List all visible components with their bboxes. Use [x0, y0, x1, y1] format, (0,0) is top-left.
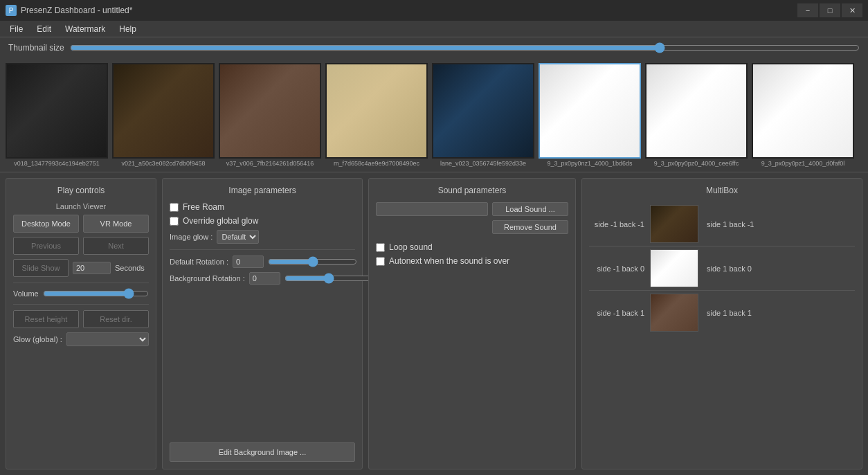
- load-sound-button[interactable]: Load Sound ...: [492, 202, 568, 216]
- default-rotation-input[interactable]: [233, 256, 264, 268]
- sound-params-title: Sound parameters: [376, 186, 568, 195]
- multibox-label-right-0: side 1 back -1: [707, 220, 754, 228]
- thumbnail-item-7[interactable]: 9_3_px0py0pz0_4000_cee6ffc: [645, 63, 748, 167]
- multibox-title: MultiBox: [589, 186, 855, 195]
- background-rotation-slider[interactable]: [284, 273, 374, 284]
- autonext-label: Autonext when the sound is over: [389, 256, 509, 266]
- maximize-button[interactable]: □: [820, 3, 840, 17]
- multibox-row-2: side -1 back 1side 1 back 1: [589, 291, 855, 334]
- sound-params-panel: Sound parameters Load Sound ... Remove S…: [368, 178, 576, 469]
- image-params-title: Image parameters: [170, 186, 355, 195]
- image-glow-select[interactable]: Default: [217, 230, 259, 244]
- volume-label: Volume: [13, 289, 39, 298]
- multibox-row-1: side -1 back 0side 1 back 0: [589, 247, 855, 291]
- free-roam-checkbox[interactable]: [170, 203, 179, 212]
- image-glow-label: Image glow :: [170, 233, 213, 241]
- multibox-label-left-0: side -1 back -1: [589, 220, 644, 228]
- thumbnail-label-6: 9_3_px0py0nz1_4000_1bd6ds: [547, 160, 632, 167]
- reset-dir-button[interactable]: Reset dir.: [83, 310, 149, 328]
- edit-background-image-button[interactable]: Edit Background Image ...: [170, 442, 355, 462]
- menu-bar: File Edit Watermark Help: [0, 21, 868, 37]
- multibox-label-left-1: side -1 back 0: [589, 265, 644, 273]
- vr-mode-button[interactable]: VR Mode: [83, 215, 149, 233]
- override-global-glow-label: Override global glow: [183, 216, 258, 226]
- previous-button[interactable]: Previous: [13, 237, 79, 255]
- multibox-row-0: side -1 back -1side 1 back -1: [589, 202, 855, 247]
- thumbnail-label-3: v37_v006_7fb2164261d056416: [226, 160, 314, 167]
- autonext-checkbox[interactable]: [376, 257, 385, 266]
- thumbnail-item-8[interactable]: 9_3_px0py0pz1_4000_d0faf0l: [752, 63, 854, 167]
- thumbnail-size-label: Thumbnail size: [8, 43, 64, 53]
- free-roam-label: Free Roam: [183, 202, 224, 212]
- image-params-panel: Image parameters Free Roam Override glob…: [162, 178, 363, 469]
- app-title: PresenZ Dashboard - untitled*: [21, 6, 132, 15]
- launch-viewer-label: Launch Viewer: [13, 202, 149, 210]
- multibox-thumb-1[interactable]: [650, 249, 698, 287]
- app-icon: P: [6, 5, 17, 16]
- loop-sound-label: Loop sound: [389, 242, 433, 252]
- thumbnail-item-6[interactable]: 9_3_px0py0nz1_4000_1bd6ds: [539, 63, 641, 167]
- desktop-mode-button[interactable]: Desktop Mode: [13, 215, 79, 233]
- main-content: Play controls Launch Viewer Desktop Mode…: [0, 172, 868, 475]
- thumbnail-item-5[interactable]: lane_v023_0356745fe592d33e: [432, 63, 534, 167]
- thumbnail-item-4[interactable]: m_f7d658c4ae9e9d7008490ec: [325, 63, 428, 167]
- default-rotation-slider[interactable]: [268, 256, 357, 267]
- multibox-label-right-2: side 1 back 1: [707, 309, 752, 317]
- multibox-thumb-0[interactable]: [650, 205, 698, 243]
- default-rotation-label: Default Rotation :: [170, 258, 228, 266]
- play-controls-panel: Play controls Launch Viewer Desktop Mode…: [6, 178, 156, 469]
- background-rotation-input[interactable]: [249, 272, 280, 285]
- remove-sound-button[interactable]: Remove Sound: [492, 220, 568, 234]
- multibox-label-left-2: side -1 back 1: [589, 309, 644, 317]
- menu-file[interactable]: File: [3, 23, 30, 35]
- thumbnail-item-1[interactable]: v018_13477993c4c194eb2751: [6, 63, 108, 167]
- title-bar: P PresenZ Dashboard - untitled* − □ ✕: [0, 0, 868, 21]
- background-rotation-label: Background Rotation :: [170, 274, 245, 283]
- thumbnail-label-4: m_f7d658c4ae9e9d7008490ec: [334, 160, 419, 167]
- volume-slider[interactable]: [43, 289, 149, 298]
- thumbnail-label-8: 9_3_px0py0pz1_4000_d0faf0l: [761, 160, 845, 167]
- menu-help[interactable]: Help: [112, 23, 143, 35]
- title-bar-left: P PresenZ Dashboard - untitled*: [6, 5, 132, 16]
- thumbnail-label-2: v021_a50c3e082cd7db0f9458: [121, 160, 205, 167]
- glow-global-label: Glow (global) :: [13, 335, 62, 343]
- slideshow-button[interactable]: Slide Show: [13, 259, 69, 277]
- thumbnail-item-2[interactable]: v021_a50c3e082cd7db0f9458: [112, 63, 215, 167]
- play-controls-title: Play controls: [13, 186, 149, 195]
- thumbnail-size-bar: Thumbnail size: [0, 37, 868, 58]
- menu-edit[interactable]: Edit: [30, 23, 58, 35]
- multibox-panel: MultiBox side -1 back -1side 1 back -1si…: [581, 178, 862, 469]
- seconds-label: Seconds: [115, 264, 145, 272]
- reset-height-button[interactable]: Reset height: [13, 310, 79, 328]
- thumbnail-label-7: 9_3_px0py0pz0_4000_cee6ffc: [654, 160, 739, 167]
- thumbnail-label-5: lane_v023_0356745fe592d33e: [440, 160, 526, 167]
- next-button[interactable]: Next: [83, 237, 149, 255]
- seconds-input[interactable]: [73, 262, 111, 274]
- thumbnail-size-slider[interactable]: [70, 43, 860, 53]
- loop-sound-checkbox[interactable]: [376, 243, 385, 252]
- glow-global-select[interactable]: [66, 332, 149, 346]
- multibox-rows: side -1 back -1side 1 back -1side -1 bac…: [589, 202, 855, 334]
- multibox-label-right-1: side 1 back 0: [707, 265, 752, 273]
- close-button[interactable]: ✕: [842, 3, 862, 17]
- override-global-glow-checkbox[interactable]: [170, 217, 179, 226]
- thumbnail-item-3[interactable]: v37_v006_7fb2164261d056416: [219, 63, 321, 167]
- multibox-thumb-2[interactable]: [650, 294, 698, 332]
- minimize-button[interactable]: −: [797, 3, 818, 17]
- sound-file-input[interactable]: [376, 202, 488, 216]
- image-strip: v018_13477993c4c194eb2751v021_a50c3e082c…: [0, 58, 868, 172]
- title-bar-controls: − □ ✕: [797, 3, 862, 17]
- menu-watermark[interactable]: Watermark: [58, 23, 112, 35]
- thumbnail-label-1: v018_13477993c4c194eb2751: [14, 160, 100, 167]
